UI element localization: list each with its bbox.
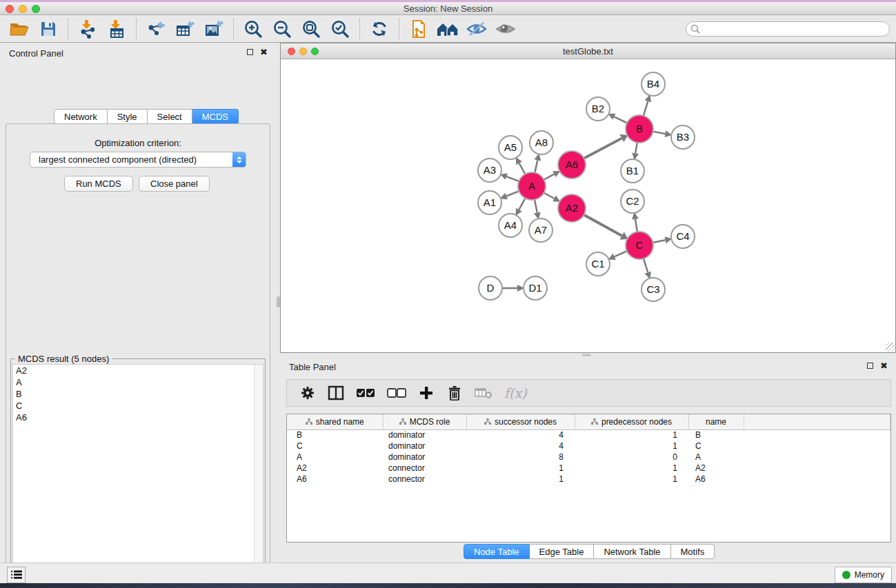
float-panel-icon[interactable] xyxy=(247,49,253,55)
table-cell[interactable]: 1 xyxy=(575,474,688,485)
tab-edge-table[interactable]: Edge Table xyxy=(530,544,595,559)
table-settings-button[interactable] xyxy=(299,383,316,403)
graph-node-B2[interactable]: B2 xyxy=(586,97,610,121)
select-all-button[interactable] xyxy=(356,383,375,403)
graph-node-A8[interactable]: A8 xyxy=(530,131,553,154)
zoom-out-button[interactable] xyxy=(270,18,295,40)
graph-node-A4[interactable]: A4 xyxy=(499,214,522,237)
list-item[interactable]: B xyxy=(13,388,263,400)
table-row[interactable]: Adominator80A xyxy=(287,452,890,463)
close-panel-button[interactable]: Close panel xyxy=(139,176,210,192)
graph-node-A3[interactable]: A3 xyxy=(478,159,501,182)
import-network-button[interactable] xyxy=(75,18,100,40)
table-cell[interactable]: A2 xyxy=(688,463,744,474)
table-row[interactable]: Cdominator41C xyxy=(287,440,890,452)
table-cell[interactable] xyxy=(744,440,890,452)
table-cell[interactable]: 1 xyxy=(575,429,688,440)
column-header[interactable]: predecessor nodes xyxy=(575,414,688,429)
column-header[interactable]: MCDS role xyxy=(383,414,466,429)
graph-node-C1[interactable]: C1 xyxy=(586,252,610,276)
table-cell[interactable]: A6 xyxy=(688,474,744,485)
show-tasks-button[interactable] xyxy=(7,567,26,583)
table-cell[interactable]: 4 xyxy=(466,429,575,440)
graph-node-C3[interactable]: C3 xyxy=(641,278,665,301)
hide-graphics-details-button[interactable] xyxy=(464,18,489,40)
zoom-in-button[interactable] xyxy=(241,18,266,40)
graph-node-C4[interactable]: C4 xyxy=(671,225,695,248)
table-row[interactable]: A2connector11A2 xyxy=(287,463,890,474)
table-cell[interactable]: 1 xyxy=(466,463,575,474)
graph-node-C2[interactable]: C2 xyxy=(621,190,644,213)
table-cell[interactable]: 1 xyxy=(575,463,688,474)
network-canvas[interactable]: AA1A2A3A4A5A6A7A8BB1B2B3B4CC1C2C3C4DD1 xyxy=(281,59,895,352)
table-cell[interactable] xyxy=(744,463,890,474)
graph-node-A7[interactable]: A7 xyxy=(529,219,552,242)
table-cell[interactable]: 1 xyxy=(575,440,688,452)
list-item[interactable]: A6 xyxy=(13,412,263,423)
table-cell[interactable]: C xyxy=(287,440,383,452)
tab-node-table[interactable]: Node Table xyxy=(464,544,530,559)
table-cell[interactable]: A xyxy=(688,452,744,463)
apply-function-button[interactable]: f(x) xyxy=(504,383,527,403)
welcome-screen-button[interactable] xyxy=(435,18,460,40)
float-panel-icon[interactable] xyxy=(867,363,873,369)
table-cell[interactable]: dominator xyxy=(383,440,466,452)
table-cell[interactable]: B xyxy=(287,429,383,440)
deselect-all-button[interactable] xyxy=(387,383,406,403)
tab-motifs[interactable]: Motifs xyxy=(671,544,715,559)
close-panel-icon[interactable]: ✖ xyxy=(260,49,268,55)
table-cell[interactable]: A6 xyxy=(287,474,383,485)
table-row[interactable]: Bdominator41B xyxy=(287,429,890,440)
graph-node-D[interactable]: D xyxy=(479,276,502,300)
graph-node-A5[interactable]: A5 xyxy=(499,136,522,159)
tab-mcds[interactable]: MCDS xyxy=(192,109,239,124)
show-columns-button[interactable] xyxy=(328,383,344,403)
search-field[interactable] xyxy=(686,21,890,37)
close-panel-icon[interactable]: ✖ xyxy=(880,363,888,369)
export-network-button[interactable] xyxy=(143,18,168,40)
graph-node-B1[interactable]: B1 xyxy=(621,159,644,183)
graph-node-B3[interactable]: B3 xyxy=(671,125,695,149)
table-cell[interactable]: A2 xyxy=(287,463,383,474)
tab-select[interactable]: Select xyxy=(148,109,192,124)
list-item[interactable]: A xyxy=(13,376,263,388)
run-mcds-button[interactable]: Run MCDS xyxy=(64,176,133,192)
search-input[interactable] xyxy=(701,23,889,35)
graph-node-C[interactable]: C xyxy=(626,232,653,259)
graph-node-A1[interactable]: A1 xyxy=(478,191,501,214)
open-session-button[interactable] xyxy=(7,18,32,40)
table-cell[interactable]: 0 xyxy=(575,452,688,463)
table-cell[interactable]: connector xyxy=(383,474,466,485)
zoom-selected-button[interactable] xyxy=(328,18,352,40)
graph-node-D1[interactable]: D1 xyxy=(524,276,547,300)
tab-network-table[interactable]: Network Table xyxy=(594,544,670,559)
table-cell[interactable] xyxy=(744,474,890,485)
table-cell[interactable]: 8 xyxy=(466,452,575,463)
delete-row-button[interactable] xyxy=(446,383,463,403)
table-cell[interactable] xyxy=(744,429,890,440)
graph-node-B[interactable]: B xyxy=(626,115,653,143)
table-row[interactable]: A6connector11A6 xyxy=(287,474,890,485)
tab-network[interactable]: Network xyxy=(54,109,108,124)
graph-node-B4[interactable]: B4 xyxy=(641,72,665,96)
delete-table-button[interactable] xyxy=(475,383,492,403)
table-cell[interactable]: dominator xyxy=(383,429,466,440)
resize-grip-icon[interactable] xyxy=(886,343,895,352)
import-table-button[interactable] xyxy=(104,18,129,40)
export-table-button[interactable] xyxy=(172,18,197,40)
optimization-criterion-select[interactable]: largest connected component (directed) xyxy=(30,152,246,168)
splitter-grip[interactable] xyxy=(277,296,280,307)
duplicate-network-button[interactable] xyxy=(406,18,431,40)
column-header[interactable]: name xyxy=(688,414,744,429)
memory-button[interactable]: Memory xyxy=(835,567,892,583)
table-cell[interactable]: 1 xyxy=(466,474,575,485)
list-scrollbar[interactable] xyxy=(254,365,263,588)
column-header[interactable]: successor nodes xyxy=(466,414,575,429)
table-cell[interactable] xyxy=(744,452,890,463)
show-graphics-details-button[interactable] xyxy=(493,18,518,40)
column-header[interactable]: shared name xyxy=(287,414,383,429)
export-image-button[interactable] xyxy=(201,18,226,40)
graph-node-A2[interactable]: A2 xyxy=(558,194,586,222)
graph-node-A6[interactable]: A6 xyxy=(558,151,586,179)
graph-node-A[interactable]: A xyxy=(518,172,546,200)
